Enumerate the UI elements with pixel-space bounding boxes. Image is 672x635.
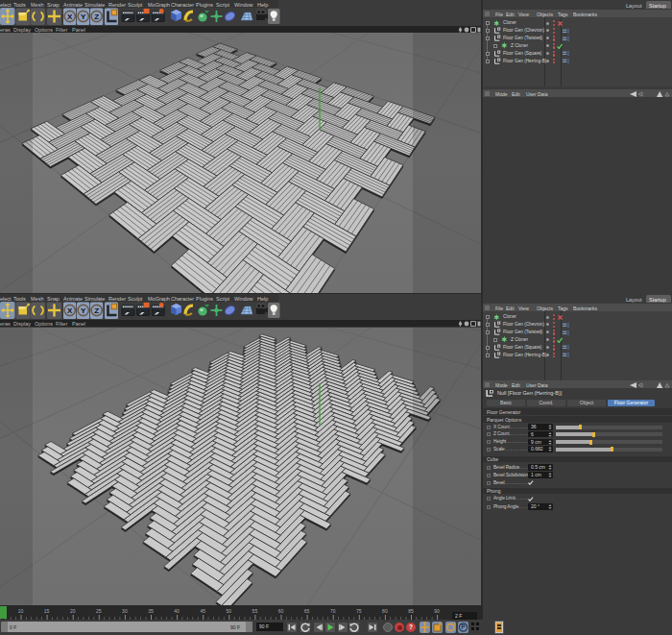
svg-text:55: 55 — [252, 608, 258, 614]
svg-text:50: 50 — [227, 608, 232, 614]
svg-text:Y: Y — [81, 306, 86, 315]
svg-text:Y: Y — [81, 12, 86, 21]
svg-text:20: 20 — [70, 608, 76, 614]
svg-text:35: 35 — [148, 608, 154, 614]
svg-text:X: X — [67, 12, 73, 21]
svg-text:Z: Z — [94, 306, 99, 315]
svg-text:40: 40 — [174, 608, 180, 614]
svg-text:15: 15 — [44, 608, 50, 614]
svg-text:65: 65 — [304, 608, 310, 614]
svg-text:10: 10 — [18, 608, 24, 614]
svg-text:25: 25 — [96, 608, 102, 614]
svg-text:75: 75 — [356, 608, 362, 614]
svg-text:85: 85 — [408, 608, 414, 614]
svg-text:60: 60 — [278, 608, 284, 614]
svg-text:45: 45 — [200, 608, 205, 614]
svg-text:Z: Z — [94, 12, 99, 21]
svg-text:X: X — [67, 306, 73, 315]
svg-text:P: P — [461, 623, 466, 630]
svg-text:90: 90 — [434, 608, 440, 614]
svg-text:30: 30 — [122, 608, 128, 614]
svg-text:70: 70 — [330, 608, 336, 614]
svg-text:80: 80 — [382, 608, 388, 614]
